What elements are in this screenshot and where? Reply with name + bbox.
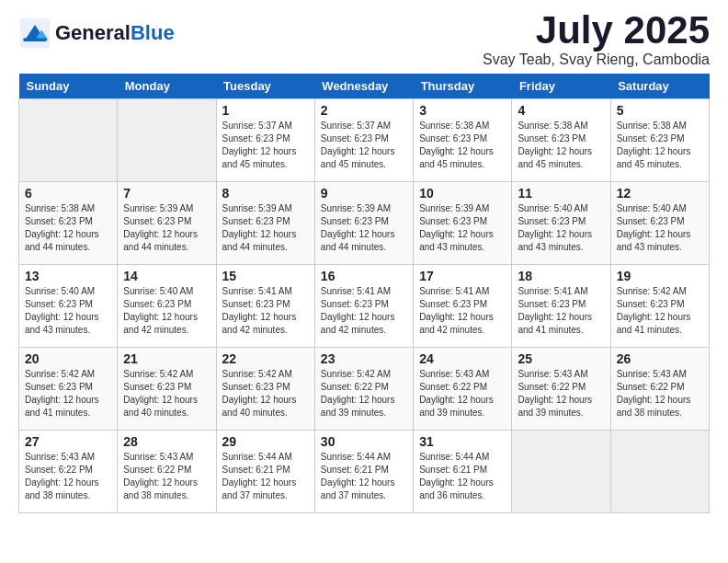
- day-header-saturday: Saturday: [610, 74, 709, 99]
- day-header-monday: Monday: [118, 74, 216, 99]
- logo-icon: [18, 17, 51, 50]
- day-number: 4: [518, 103, 604, 118]
- calendar-cell: 16Sunrise: 5:41 AMSunset: 6:23 PMDayligh…: [314, 265, 413, 348]
- day-header-thursday: Thursday: [414, 74, 512, 99]
- calendar-cell: 21Sunrise: 5:42 AMSunset: 6:23 PMDayligh…: [118, 348, 216, 431]
- calendar-cell: 14Sunrise: 5:40 AMSunset: 6:23 PMDayligh…: [118, 265, 216, 348]
- day-info: Sunrise: 5:39 AMSunset: 6:23 PMDaylight:…: [222, 202, 309, 254]
- day-number: 31: [419, 434, 506, 449]
- calendar-cell: 8Sunrise: 5:39 AMSunset: 6:23 PMDaylight…: [216, 182, 314, 265]
- day-info: Sunrise: 5:39 AMSunset: 6:23 PMDaylight:…: [321, 202, 407, 254]
- calendar-cell: 2Sunrise: 5:37 AMSunset: 6:23 PMDaylight…: [314, 99, 413, 182]
- day-info: Sunrise: 5:38 AMSunset: 6:23 PMDaylight:…: [617, 120, 703, 171]
- calendar-cell: [118, 99, 216, 182]
- day-number: 3: [419, 103, 506, 118]
- logo-general: General: [55, 21, 131, 44]
- calendar-body: 1Sunrise: 5:37 AMSunset: 6:23 PMDaylight…: [19, 99, 710, 513]
- calendar-cell: 19Sunrise: 5:42 AMSunset: 6:23 PMDayligh…: [610, 265, 709, 348]
- calendar-cell: 26Sunrise: 5:43 AMSunset: 6:22 PMDayligh…: [610, 348, 709, 431]
- day-info: Sunrise: 5:40 AMSunset: 6:23 PMDaylight:…: [25, 285, 111, 337]
- calendar-cell: 23Sunrise: 5:42 AMSunset: 6:22 PMDayligh…: [314, 348, 413, 431]
- day-info: Sunrise: 5:42 AMSunset: 6:23 PMDaylight:…: [222, 368, 309, 419]
- day-number: 23: [321, 351, 407, 366]
- day-info: Sunrise: 5:41 AMSunset: 6:23 PMDaylight:…: [222, 285, 309, 337]
- day-info: Sunrise: 5:44 AMSunset: 6:21 PMDaylight:…: [321, 451, 407, 502]
- calendar-table: SundayMondayTuesdayWednesdayThursdayFrid…: [18, 74, 710, 513]
- calendar-cell: 15Sunrise: 5:41 AMSunset: 6:23 PMDayligh…: [216, 265, 314, 348]
- day-number: 6: [25, 186, 111, 201]
- page-header: GeneralBlue July 2025 Svay Teab, Svay Ri…: [18, 9, 710, 68]
- day-info: Sunrise: 5:42 AMSunset: 6:23 PMDaylight:…: [25, 368, 111, 419]
- day-info: Sunrise: 5:42 AMSunset: 6:22 PMDaylight:…: [321, 368, 407, 419]
- day-number: 11: [518, 186, 604, 201]
- calendar-cell: 20Sunrise: 5:42 AMSunset: 6:23 PMDayligh…: [19, 348, 118, 431]
- calendar-cell: 4Sunrise: 5:38 AMSunset: 6:23 PMDaylight…: [512, 99, 610, 182]
- calendar-week-4: 20Sunrise: 5:42 AMSunset: 6:23 PMDayligh…: [19, 348, 710, 431]
- day-header-wednesday: Wednesday: [314, 74, 413, 99]
- day-number: 30: [321, 434, 407, 449]
- calendar-cell: [19, 99, 118, 182]
- calendar-cell: 5Sunrise: 5:38 AMSunset: 6:23 PMDaylight…: [610, 99, 709, 182]
- day-info: Sunrise: 5:37 AMSunset: 6:23 PMDaylight:…: [321, 120, 407, 171]
- calendar-cell: 30Sunrise: 5:44 AMSunset: 6:21 PMDayligh…: [314, 431, 413, 513]
- day-info: Sunrise: 5:44 AMSunset: 6:21 PMDaylight:…: [222, 451, 309, 502]
- day-number: 29: [222, 434, 309, 449]
- calendar-cell: 13Sunrise: 5:40 AMSunset: 6:23 PMDayligh…: [19, 265, 118, 348]
- calendar-cell: 17Sunrise: 5:41 AMSunset: 6:23 PMDayligh…: [414, 265, 512, 348]
- calendar-week-2: 6Sunrise: 5:38 AMSunset: 6:23 PMDaylight…: [19, 182, 710, 265]
- day-info: Sunrise: 5:38 AMSunset: 6:23 PMDaylight:…: [25, 202, 111, 254]
- day-number: 26: [617, 351, 703, 366]
- calendar-cell: 25Sunrise: 5:43 AMSunset: 6:22 PMDayligh…: [512, 348, 610, 431]
- day-info: Sunrise: 5:41 AMSunset: 6:23 PMDaylight:…: [419, 285, 506, 337]
- day-number: 7: [123, 186, 210, 201]
- svg-rect-3: [23, 38, 46, 41]
- calendar-cell: 11Sunrise: 5:40 AMSunset: 6:23 PMDayligh…: [512, 182, 610, 265]
- day-number: 22: [222, 351, 309, 366]
- location-title: Svay Teab, Svay Rieng, Cambodia: [483, 52, 710, 68]
- day-number: 16: [321, 269, 407, 283]
- day-info: Sunrise: 5:42 AMSunset: 6:23 PMDaylight:…: [617, 285, 703, 337]
- day-number: 12: [617, 186, 703, 201]
- calendar-cell: 1Sunrise: 5:37 AMSunset: 6:23 PMDaylight…: [216, 99, 314, 182]
- day-info: Sunrise: 5:40 AMSunset: 6:23 PMDaylight:…: [123, 285, 210, 337]
- calendar-cell: [610, 431, 709, 513]
- day-info: Sunrise: 5:39 AMSunset: 6:23 PMDaylight:…: [419, 202, 506, 254]
- day-number: 17: [419, 269, 506, 283]
- day-number: 8: [222, 186, 309, 201]
- day-number: 10: [419, 186, 506, 201]
- day-info: Sunrise: 5:40 AMSunset: 6:23 PMDaylight:…: [518, 202, 604, 254]
- day-number: 9: [321, 186, 407, 201]
- day-number: 21: [123, 351, 210, 366]
- day-number: 15: [222, 269, 309, 283]
- day-number: 18: [518, 269, 604, 283]
- day-info: Sunrise: 5:43 AMSunset: 6:22 PMDaylight:…: [518, 368, 604, 419]
- day-number: 28: [123, 434, 210, 449]
- day-number: 20: [25, 351, 111, 366]
- day-number: 14: [123, 269, 210, 283]
- calendar-cell: 3Sunrise: 5:38 AMSunset: 6:23 PMDaylight…: [414, 99, 512, 182]
- logo: GeneralBlue: [18, 17, 175, 50]
- day-number: 27: [25, 434, 111, 449]
- day-number: 2: [321, 103, 407, 118]
- title-block: July 2025 Svay Teab, Svay Rieng, Cambodi…: [483, 9, 710, 68]
- day-number: 13: [25, 269, 111, 283]
- calendar-cell: 27Sunrise: 5:43 AMSunset: 6:22 PMDayligh…: [19, 431, 118, 513]
- day-info: Sunrise: 5:41 AMSunset: 6:23 PMDaylight:…: [321, 285, 407, 337]
- calendar-cell: 12Sunrise: 5:40 AMSunset: 6:23 PMDayligh…: [610, 182, 709, 265]
- day-info: Sunrise: 5:43 AMSunset: 6:22 PMDaylight:…: [419, 368, 506, 419]
- day-info: Sunrise: 5:40 AMSunset: 6:23 PMDaylight:…: [617, 202, 703, 254]
- day-info: Sunrise: 5:39 AMSunset: 6:23 PMDaylight:…: [123, 202, 210, 254]
- day-number: 24: [419, 351, 506, 366]
- day-number: 19: [617, 269, 703, 283]
- calendar-cell: 18Sunrise: 5:41 AMSunset: 6:23 PMDayligh…: [512, 265, 610, 348]
- day-number: 1: [222, 103, 309, 118]
- day-info: Sunrise: 5:43 AMSunset: 6:22 PMDaylight:…: [123, 451, 210, 502]
- month-title: July 2025: [483, 9, 710, 52]
- calendar-header-row: SundayMondayTuesdayWednesdayThursdayFrid…: [19, 74, 710, 99]
- calendar-cell: 28Sunrise: 5:43 AMSunset: 6:22 PMDayligh…: [118, 431, 216, 513]
- day-info: Sunrise: 5:44 AMSunset: 6:21 PMDaylight:…: [419, 451, 506, 502]
- calendar-week-1: 1Sunrise: 5:37 AMSunset: 6:23 PMDaylight…: [19, 99, 710, 182]
- calendar-week-5: 27Sunrise: 5:43 AMSunset: 6:22 PMDayligh…: [19, 431, 710, 513]
- day-header-sunday: Sunday: [19, 74, 118, 99]
- day-info: Sunrise: 5:43 AMSunset: 6:22 PMDaylight:…: [25, 451, 111, 502]
